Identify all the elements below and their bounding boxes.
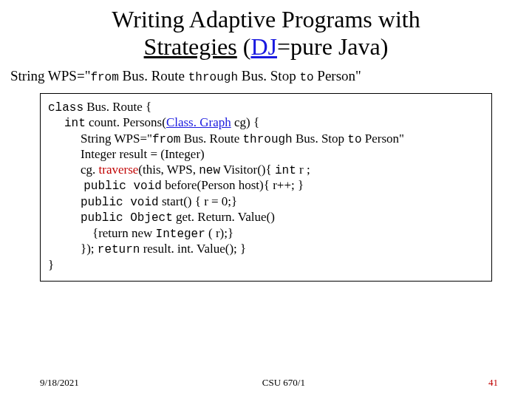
before-method: before(Person host){ r++; }: [162, 178, 304, 192]
kw-through: through: [188, 71, 238, 84]
code-line-9: {return new Integer ( r);}: [48, 226, 484, 242]
code-line-6: public void before(Person host){ r++; }: [48, 178, 484, 194]
integer-arg: ( r);}: [205, 226, 233, 240]
code-line-5: cg. traverse(this, WPS, new Visitor(){ i…: [48, 163, 484, 179]
kw-from-inner: from: [152, 133, 180, 146]
title-line2-rest: =pure Java): [277, 33, 388, 60]
kw-class: class: [48, 101, 83, 115]
close-visitor: });: [81, 242, 98, 256]
kw-to-inner: to: [347, 133, 361, 146]
wps-inner-person: Person": [362, 132, 404, 146]
wps-prefix: String WPS=": [10, 68, 90, 83]
kw-new: new: [199, 164, 220, 177]
wps-inner-bs: Bus. Stop: [293, 132, 348, 146]
kw-return: return: [98, 243, 140, 256]
kw-int: int: [64, 117, 86, 130]
code-line-4: Integer result = (Integer): [48, 147, 484, 163]
slide-title: Writing Adaptive Programs with Strategie…: [0, 0, 532, 61]
visitor-open: Visitor(){: [220, 163, 275, 177]
class-decl: Bus. Route {: [83, 100, 151, 114]
code-line-3: String WPS="from Bus. Route through Bus.…: [48, 132, 484, 148]
kw-integer: Integer: [156, 228, 205, 241]
title-line1: Writing Adaptive Programs with: [112, 6, 420, 33]
cg-prefix: cg.: [81, 163, 99, 177]
slide-footer: 9/18/2021 CSU 670/1 41: [0, 377, 532, 389]
wps-busroute: Bus. Route: [119, 68, 188, 83]
wps-person: Person": [314, 68, 361, 83]
kw-public-void-2: public void: [81, 196, 159, 209]
wps-inner-br: Bus. Route: [180, 132, 242, 146]
trav-args: (this, WPS,: [138, 163, 199, 177]
title-line2-underlined: Strategies: [144, 33, 237, 60]
code-line-10: }); return result. int. Value(); }: [48, 242, 484, 258]
footer-page-number: 41: [488, 377, 498, 389]
kw-public-object: public Object: [81, 211, 173, 225]
title-dj-link[interactable]: DJ: [250, 33, 277, 60]
method-name: count. Persons(: [86, 115, 166, 129]
method-param-end: cg) {: [231, 115, 259, 129]
classgraph-link[interactable]: Class. Graph: [166, 115, 231, 129]
wps-inner-prefix: String WPS=": [81, 132, 152, 146]
return-result: result. int. Value(); }: [140, 242, 246, 256]
code-line-1: class Bus. Route {: [48, 100, 484, 116]
getreturnvalue-method: get. Return. Value(): [173, 210, 275, 224]
wps-busstop: Bus. Stop: [238, 68, 299, 83]
traverse-call: traverse: [99, 163, 139, 177]
title-line2-paren: (: [237, 33, 251, 60]
code-block: class Bus. Route { int count. Persons(Cl…: [40, 93, 492, 282]
code-line-11: }: [48, 258, 484, 273]
footer-date: 9/18/2021: [40, 377, 79, 389]
return-new: {return new: [92, 226, 156, 240]
wps-definition-line: String WPS="from Bus. Route through Bus.…: [0, 61, 532, 89]
kw-through-inner: through: [242, 133, 292, 146]
kw-int-r: int: [275, 164, 296, 177]
kw-to: to: [299, 71, 313, 84]
code-line-7: public void start() { r = 0;}: [48, 194, 484, 211]
kw-from: from: [90, 71, 118, 84]
code-line-8: public Object get. Return. Value(): [48, 210, 484, 226]
var-r: r ;: [296, 163, 310, 177]
start-method: start() { r = 0;}: [159, 194, 238, 208]
code-line-2: int count. Persons(Class. Graph cg) {: [48, 115, 484, 132]
footer-course: CSU 670/1: [262, 377, 305, 389]
kw-public-void-1: public void: [83, 180, 162, 193]
